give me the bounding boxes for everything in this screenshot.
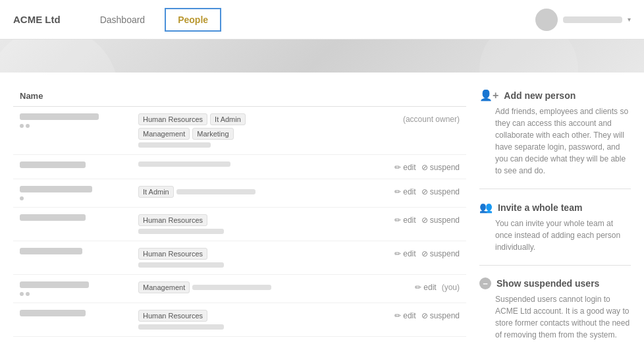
person-info [20,113,132,128]
people-table: Name Human Resources It Admin Management… [13,86,466,341]
sidebar-divider [479,265,631,266]
tags-actions: Human Resources It Admin Management Mark… [138,113,396,148]
user-name-placeholder [563,16,622,23]
tags-line: Human Resources [138,214,388,226]
suspend-button[interactable]: ⊘ suspend [421,187,460,196]
edit-button[interactable]: ✏ edit [415,283,436,292]
invite-team-icon: 👥 [479,201,493,214]
person-name-bar [20,214,86,221]
nav-dashboard[interactable]: Dashboard [87,8,159,32]
sidebar-invite-team: 👥 Invite a whole team You can invite you… [479,201,631,253]
row-actions: ✏ edit ⊘ suspend [394,248,460,258]
person-info [20,186,132,200]
invite-team-title[interactable]: 👥 Invite a whole team [479,201,631,214]
tag: Management [138,281,190,293]
add-person-desc: Add friends, employees and clients so th… [479,105,631,177]
dot [26,124,30,128]
row-actions: (account owner) [403,113,460,124]
edit-button[interactable]: ✏ edit [394,249,416,258]
show-suspended-desc: Suspended users cannot login to ACME Ltd… [479,293,631,341]
email-bar [138,142,211,148]
tags-line: Management [138,281,408,293]
email-bar [138,229,224,234]
edit-button[interactable]: ✏ edit [394,311,416,320]
tags-actions: Human Resources [138,248,388,268]
sidebar-divider [479,189,631,189]
tag: Human Resources [138,310,207,322]
tags-line: Management Marketing [138,128,396,140]
account-owner-label: (account owner) [403,115,460,124]
invite-team-title-text: Invite a whole team [498,202,582,213]
suspend-button[interactable]: ⊘ suspend [421,249,460,258]
tags-actions: Human Resources [138,214,388,234]
row-actions: ✏ edit ⊘ suspend [394,186,460,196]
person-dots [20,196,132,200]
person-name-bar [20,186,92,192]
tags-line: It Admin [138,186,388,198]
sidebar-add-person: 👤+ Add new person Add friends, employees… [479,89,631,177]
person-info [20,248,132,254]
suspend-button[interactable]: ⊘ suspend [421,163,460,172]
row-actions: ✏ edit ⊘ suspend [394,214,460,225]
tag: It Admin [210,113,246,125]
table-row: Human Resources It Admin Management Mark… [13,107,466,155]
person-info [20,310,132,316]
person-info [20,214,132,221]
email-bar [192,285,271,290]
tags-actions: It Admin [138,186,388,198]
email-bar [138,324,224,330]
table-row: Management ✏ edit (you) [13,275,466,303]
you-label: (you) [442,283,460,292]
tags-actions [138,161,388,167]
main-content: Name Human Resources It Admin Management… [0,73,644,350]
tags-line: Human Resources It Admin [138,113,396,125]
table-row: It Admin ✏ edit ⊘ suspend [13,179,466,208]
dot [20,196,24,200]
tag: Management [138,128,190,140]
person-name-bar [20,161,86,168]
add-person-icon: 👤+ [479,89,498,102]
tag: Human Resources [138,248,207,260]
tag: Marketing [192,128,233,140]
email-bar [138,161,230,167]
dot [26,292,30,296]
chevron-down-icon[interactable]: ▾ [628,16,631,23]
person-name-bar [20,113,99,120]
sidebar-show-suspended: − Show suspended users Suspended users c… [479,277,631,341]
row-actions: ✏ edit ⊘ suspend [394,161,460,172]
suspend-button[interactable]: ⊘ suspend [421,311,460,320]
add-person-title[interactable]: 👤+ Add new person [479,89,631,102]
row-actions: ✏ edit ⊘ suspend [394,310,460,320]
header-user-area: ▾ [535,9,631,31]
tags-actions: Management [138,281,408,293]
person-name-bar [20,248,82,254]
tags-line: Human Resources [138,310,388,322]
email-bar [176,189,255,194]
header: ACME Ltd Dashboard People ▾ [0,0,644,40]
nav-people[interactable]: People [165,8,221,32]
table-row: Human Resources ✏ edit ⊘ suspend [13,241,466,275]
suspend-icon: − [479,277,491,289]
table-row: Human Resources ✏ edit ⊘ suspend [13,208,466,241]
show-suspended-title[interactable]: − Show suspended users [479,277,631,289]
edit-button[interactable]: ✏ edit [394,163,416,172]
tag: It Admin [138,186,174,198]
avatar [535,9,558,31]
edit-button[interactable]: ✏ edit [394,187,416,196]
tags-line: Human Resources [138,248,388,260]
banner [0,40,644,73]
sidebar: 👤+ Add new person Add friends, employees… [479,86,631,341]
person-dots [20,124,132,128]
table-row: Human Resources ✏ edit ⊘ suspend [13,303,466,337]
app-logo: ACME Ltd [13,14,61,25]
person-info [20,161,132,168]
person-dots [20,292,132,296]
edit-button[interactable]: ✏ edit [394,216,416,225]
invite-team-desc: You can invite your whole team at once i… [479,218,631,253]
tags-actions: Human Resources [138,310,388,330]
dot [20,292,24,296]
email-bar [138,262,224,268]
suspend-button[interactable]: ⊘ suspend [421,216,460,225]
main-nav: Dashboard People [87,8,535,32]
row-actions: ✏ edit (you) [415,281,460,292]
